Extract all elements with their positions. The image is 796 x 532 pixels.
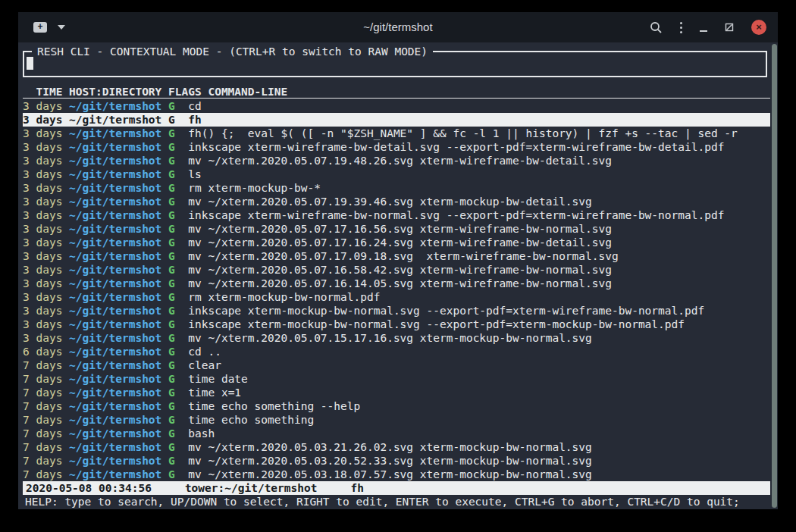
row-time: 3 days: [23, 127, 69, 139]
row-flags: G: [168, 455, 188, 467]
history-row[interactable]: 3 days ~/git/termshot G cd: [23, 99, 770, 113]
row-time: 3 days: [23, 209, 69, 221]
row-flags: G: [168, 155, 188, 167]
history-row[interactable]: 7 days ~/git/termshot G time date: [23, 372, 770, 386]
row-directory: ~/git/termshot: [69, 318, 168, 330]
row-command: time echo something --help: [188, 400, 360, 412]
row-time: 3 days: [23, 291, 69, 303]
row-flags: G: [168, 291, 188, 303]
text-cursor: [27, 57, 33, 70]
row-time: 7 days: [23, 455, 69, 467]
history-row[interactable]: 3 days ~/git/termshot G fh: [23, 113, 770, 127]
minimize-button[interactable]: [700, 30, 707, 32]
menu-kebab-icon[interactable]: [680, 22, 682, 33]
row-directory: ~/git/termshot: [69, 223, 168, 235]
row-command: mv ~/xterm.2020.05.07.16.58.42.svg xterm…: [188, 264, 612, 276]
history-row[interactable]: 3 days ~/git/termshot G mv ~/xterm.2020.…: [23, 236, 770, 249]
row-command: mv ~/xterm.2020.05.07.19.48.26.svg xterm…: [188, 155, 612, 167]
restore-window-icon[interactable]: [725, 23, 734, 32]
row-flags: G: [168, 168, 188, 180]
status-query: fh: [350, 482, 363, 494]
history-row[interactable]: 7 days ~/git/termshot G time x=1: [23, 386, 770, 399]
row-flags: G: [168, 346, 188, 358]
row-directory: ~/git/termshot: [69, 400, 168, 412]
row-command: mv ~/xterm.2020.05.07.17.09.18.svg xterm…: [188, 250, 618, 262]
row-time: 3 days: [23, 264, 69, 276]
history-row[interactable]: 7 days ~/git/termshot G time echo someth…: [23, 413, 770, 427]
search-input[interactable]: RESH CLI - CONTEXTUAL MODE - (CTRL+R to …: [23, 51, 767, 77]
search-icon[interactable]: [650, 21, 663, 34]
history-row[interactable]: 3 days ~/git/termshot G mv ~/xterm.2020.…: [23, 331, 770, 345]
history-row[interactable]: 3 days ~/git/termshot G mv ~/xterm.2020.…: [23, 277, 770, 290]
row-command: rm xterm-mockup-bw-*: [188, 182, 321, 194]
row-flags: G: [168, 277, 188, 289]
history-row[interactable]: 7 days ~/git/termshot G bash: [23, 427, 770, 440]
terminal-screen: RESH CLI - CONTEXTUAL MODE - (CTRL+R to …: [18, 42, 778, 509]
close-icon: ×: [756, 21, 762, 33]
row-command: mv ~/xterm.2020.05.07.17.16.56.svg xterm…: [188, 223, 612, 235]
row-flags: G: [168, 318, 188, 330]
row-command: clear: [188, 359, 221, 371]
row-directory: ~/git/termshot: [69, 455, 168, 467]
history-row[interactable]: 7 days ~/git/termshot G time echo someth…: [23, 399, 770, 413]
row-directory: ~/git/termshot: [69, 427, 168, 440]
row-command: cd ..: [188, 346, 221, 358]
history-row[interactable]: 3 days ~/git/termshot G inkscape xterm-w…: [23, 140, 770, 154]
row-time: 7 days: [23, 386, 69, 399]
row-directory: ~/git/termshot: [69, 414, 168, 426]
row-time: 3 days: [23, 223, 69, 235]
row-time: 7 days: [23, 427, 69, 440]
history-row[interactable]: 3 days ~/git/termshot G mv ~/xterm.2020.…: [23, 154, 770, 167]
row-time: 7 days: [23, 441, 69, 453]
row-directory: ~/git/termshot: [69, 332, 168, 344]
row-command: mv ~/xterm.2020.05.07.16.14.05.svg xterm…: [188, 277, 612, 289]
close-button[interactable]: ×: [751, 20, 766, 35]
row-flags: G: [168, 236, 188, 249]
row-command: inkscape xterm-wireframe-bw-detail.svg -…: [188, 141, 724, 153]
row-directory: ~/git/termshot: [69, 359, 168, 371]
history-row[interactable]: 3 days ~/git/termshot G rm xterm-mockup-…: [23, 290, 770, 304]
titlebar: + ~/git/termshot ×: [18, 12, 778, 42]
history-row[interactable]: 3 days ~/git/termshot G mv ~/xterm.2020.…: [23, 222, 770, 236]
history-row[interactable]: 7 days ~/git/termshot G mv ~/xterm.2020.…: [23, 468, 770, 481]
row-command: ls: [188, 168, 201, 180]
row-flags: G: [168, 196, 188, 208]
history-row[interactable]: 3 days ~/git/termshot G mv ~/xterm.2020.…: [23, 249, 770, 263]
row-time: 3 days: [23, 318, 69, 330]
terminal-window: + ~/git/termshot × RESH CLI: [18, 12, 778, 509]
row-command: fh() {; eval $( ([ -n "$ZSH_NAME" ] && f…: [188, 127, 738, 139]
history-row[interactable]: 6 days ~/git/termshot G cd ..: [23, 345, 770, 358]
row-flags: G: [168, 441, 188, 453]
history-row[interactable]: 3 days ~/git/termshot G rm xterm-mockup-…: [23, 181, 770, 195]
history-row[interactable]: 3 days ~/git/termshot G inkscape xterm-w…: [23, 208, 770, 222]
row-flags: G: [168, 127, 188, 139]
row-directory: ~/git/termshot: [69, 264, 168, 276]
row-flags: G: [168, 264, 188, 276]
history-row[interactable]: 7 days ~/git/termshot G clear: [23, 358, 770, 372]
history-row[interactable]: 3 days ~/git/termshot G mv ~/xterm.2020.…: [23, 195, 770, 208]
history-list: 3 days ~/git/termshot G cd 3 days ~/git/…: [23, 99, 770, 481]
row-flags: G: [168, 141, 188, 153]
row-time: 3 days: [23, 155, 69, 167]
row-command: time echo something: [188, 414, 314, 426]
history-row[interactable]: 3 days ~/git/termshot G inkscape xterm-m…: [23, 318, 770, 331]
columns-header: TIME HOST:DIRECTORY FLAGS COMMAND-LINE: [23, 85, 770, 99]
row-time: 3 days: [23, 141, 69, 153]
row-command: mv ~/xterm.2020.05.07.19.39.46.svg xterm…: [188, 196, 592, 208]
row-time: 3 days: [23, 305, 69, 317]
history-row[interactable]: 3 days ~/git/termshot G ls: [23, 167, 770, 181]
history-row[interactable]: 7 days ~/git/termshot G mv ~/xterm.2020.…: [23, 440, 770, 454]
history-row[interactable]: 3 days ~/git/termshot G inkscape xterm-m…: [23, 304, 770, 318]
row-flags: G: [168, 114, 188, 126]
history-row[interactable]: 3 days ~/git/termshot G mv ~/xterm.2020.…: [23, 263, 770, 277]
history-row[interactable]: 3 days ~/git/termshot G fh() {; eval $( …: [23, 127, 770, 140]
row-command: mv ~/xterm.2020.05.03.21.26.02.svg xterm…: [188, 441, 592, 453]
row-flags: G: [168, 250, 188, 262]
history-row[interactable]: 7 days ~/git/termshot G mv ~/xterm.2020.…: [23, 454, 770, 468]
row-directory: ~/git/termshot: [69, 346, 168, 358]
row-time: 7 days: [23, 468, 69, 480]
row-directory: ~/git/termshot: [69, 127, 168, 139]
row-directory: ~/git/termshot: [69, 291, 168, 303]
status-datetime: 2020-05-08 00:34:56: [26, 482, 152, 494]
scrollbar[interactable]: [772, 44, 777, 508]
